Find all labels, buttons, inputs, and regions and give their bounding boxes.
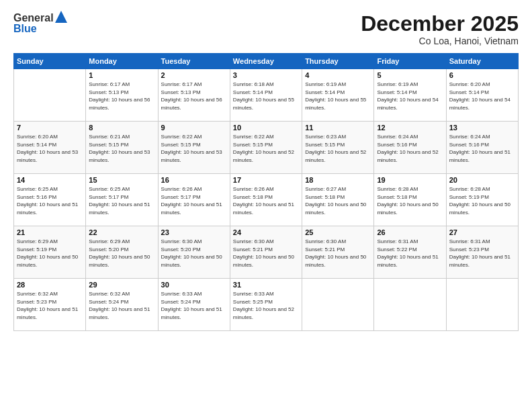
calendar-week-2: 7Sunrise: 6:20 AMSunset: 5:14 PMDaylight…: [14, 122, 519, 174]
month-title: December 2025: [361, 12, 519, 36]
day-info: Sunrise: 6:33 AMSunset: 5:25 PMDaylight:…: [233, 290, 299, 321]
day-number: 9: [161, 124, 227, 132]
day-info: Sunrise: 6:24 AMSunset: 5:16 PMDaylight:…: [377, 133, 443, 164]
logo-icon: [55, 11, 67, 23]
calendar-cell: 27Sunrise: 6:31 AMSunset: 5:23 PMDayligh…: [446, 226, 518, 279]
header-thursday: Thursday: [302, 54, 374, 69]
calendar-cell: [374, 279, 446, 331]
calendar-week-5: 28Sunrise: 6:32 AMSunset: 5:23 PMDayligh…: [14, 279, 519, 331]
header-saturday: Saturday: [446, 54, 518, 69]
day-info: Sunrise: 6:30 AMSunset: 5:20 PMDaylight:…: [161, 238, 227, 269]
calendar-cell: 19Sunrise: 6:28 AMSunset: 5:18 PMDayligh…: [374, 174, 446, 226]
day-number: 17: [233, 176, 299, 184]
calendar-cell: 28Sunrise: 6:32 AMSunset: 5:23 PMDayligh…: [14, 279, 86, 331]
day-number: 30: [161, 281, 227, 289]
day-info: Sunrise: 6:20 AMSunset: 5:14 PMDaylight:…: [17, 133, 83, 164]
calendar-cell: [14, 69, 86, 122]
calendar-cell: 30Sunrise: 6:33 AMSunset: 5:24 PMDayligh…: [158, 279, 230, 331]
day-info: Sunrise: 6:30 AMSunset: 5:21 PMDaylight:…: [305, 238, 371, 269]
header: General Blue December 2025 Co Loa, Hanoi…: [13, 12, 519, 46]
day-info: Sunrise: 6:18 AMSunset: 5:14 PMDaylight:…: [233, 81, 299, 111]
day-info: Sunrise: 6:26 AMSunset: 5:17 PMDaylight:…: [161, 185, 227, 216]
calendar-cell: 9Sunrise: 6:22 AMSunset: 5:15 PMDaylight…: [158, 122, 230, 174]
calendar-cell: 18Sunrise: 6:27 AMSunset: 5:18 PMDayligh…: [302, 174, 374, 226]
calendar-cell: 17Sunrise: 6:26 AMSunset: 5:18 PMDayligh…: [230, 174, 302, 226]
day-number: 24: [233, 228, 299, 236]
calendar-cell: 24Sunrise: 6:30 AMSunset: 5:21 PMDayligh…: [230, 226, 302, 279]
day-number: 25: [305, 228, 371, 236]
day-number: 6: [449, 71, 515, 79]
calendar-cell: 16Sunrise: 6:26 AMSunset: 5:17 PMDayligh…: [158, 174, 230, 226]
calendar-cell: 15Sunrise: 6:25 AMSunset: 5:17 PMDayligh…: [86, 174, 158, 226]
day-info: Sunrise: 6:28 AMSunset: 5:19 PMDaylight:…: [449, 185, 515, 216]
day-info: Sunrise: 6:29 AMSunset: 5:19 PMDaylight:…: [17, 238, 83, 269]
day-number: 15: [89, 176, 154, 184]
day-info: Sunrise: 6:31 AMSunset: 5:23 PMDaylight:…: [449, 238, 515, 269]
calendar-cell: 13Sunrise: 6:24 AMSunset: 5:16 PMDayligh…: [446, 122, 518, 174]
calendar-header-row: SundayMondayTuesdayWednesdayThursdayFrid…: [14, 54, 519, 69]
logo: General Blue: [13, 12, 67, 35]
day-info: Sunrise: 6:30 AMSunset: 5:21 PMDaylight:…: [233, 238, 299, 269]
day-info: Sunrise: 6:25 AMSunset: 5:17 PMDaylight:…: [89, 185, 154, 216]
day-info: Sunrise: 6:22 AMSunset: 5:15 PMDaylight:…: [161, 133, 227, 164]
calendar-cell: 22Sunrise: 6:29 AMSunset: 5:20 PMDayligh…: [86, 226, 158, 279]
calendar-cell: 11Sunrise: 6:23 AMSunset: 5:15 PMDayligh…: [302, 122, 374, 174]
day-info: Sunrise: 6:20 AMSunset: 5:14 PMDaylight:…: [449, 81, 515, 111]
header-friday: Friday: [374, 54, 446, 69]
header-sunday: Sunday: [14, 54, 86, 69]
day-info: Sunrise: 6:19 AMSunset: 5:14 PMDaylight:…: [377, 81, 443, 111]
calendar-cell: 6Sunrise: 6:20 AMSunset: 5:14 PMDaylight…: [446, 69, 518, 122]
day-number: 29: [89, 281, 154, 289]
day-number: 20: [449, 176, 515, 184]
day-number: 14: [17, 176, 83, 184]
day-number: 10: [233, 124, 299, 132]
logo-blue-text: Blue: [13, 23, 37, 35]
day-number: 21: [17, 228, 83, 236]
calendar-week-3: 14Sunrise: 6:25 AMSunset: 5:16 PMDayligh…: [14, 174, 519, 226]
calendar-cell: 31Sunrise: 6:33 AMSunset: 5:25 PMDayligh…: [230, 279, 302, 331]
day-number: 3: [233, 71, 299, 79]
day-info: Sunrise: 6:25 AMSunset: 5:16 PMDaylight:…: [17, 185, 83, 216]
calendar-cell: [302, 279, 374, 331]
calendar-cell: 1Sunrise: 6:17 AMSunset: 5:13 PMDaylight…: [86, 69, 158, 122]
day-info: Sunrise: 6:31 AMSunset: 5:22 PMDaylight:…: [377, 238, 443, 269]
day-number: 7: [17, 124, 83, 132]
day-number: 1: [89, 71, 154, 79]
day-number: 19: [377, 176, 443, 184]
calendar-page: General Blue December 2025 Co Loa, Hanoi…: [0, 0, 532, 411]
calendar-cell: 21Sunrise: 6:29 AMSunset: 5:19 PMDayligh…: [14, 226, 86, 279]
day-number: 13: [449, 124, 515, 132]
svg-marker-0: [55, 11, 67, 23]
day-info: Sunrise: 6:28 AMSunset: 5:18 PMDaylight:…: [377, 185, 443, 216]
day-number: 27: [449, 228, 515, 236]
day-info: Sunrise: 6:23 AMSunset: 5:15 PMDaylight:…: [305, 133, 371, 164]
calendar-cell: 23Sunrise: 6:30 AMSunset: 5:20 PMDayligh…: [158, 226, 230, 279]
day-number: 5: [377, 71, 443, 79]
day-number: 11: [305, 124, 371, 132]
day-number: 28: [17, 281, 83, 289]
calendar-week-1: 1Sunrise: 6:17 AMSunset: 5:13 PMDaylight…: [14, 69, 519, 122]
calendar-cell: 7Sunrise: 6:20 AMSunset: 5:14 PMDaylight…: [14, 122, 86, 174]
day-number: 26: [377, 228, 443, 236]
calendar-cell: 8Sunrise: 6:21 AMSunset: 5:15 PMDaylight…: [86, 122, 158, 174]
day-info: Sunrise: 6:32 AMSunset: 5:23 PMDaylight:…: [17, 290, 83, 321]
calendar-cell: 29Sunrise: 6:32 AMSunset: 5:24 PMDayligh…: [86, 279, 158, 331]
day-info: Sunrise: 6:27 AMSunset: 5:18 PMDaylight:…: [305, 185, 371, 216]
day-number: 23: [161, 228, 227, 236]
calendar-cell: [446, 279, 518, 331]
day-number: 12: [377, 124, 443, 132]
location: Co Loa, Hanoi, Vietnam: [361, 36, 519, 46]
calendar-cell: 5Sunrise: 6:19 AMSunset: 5:14 PMDaylight…: [374, 69, 446, 122]
calendar-cell: 20Sunrise: 6:28 AMSunset: 5:19 PMDayligh…: [446, 174, 518, 226]
day-info: Sunrise: 6:19 AMSunset: 5:14 PMDaylight:…: [305, 81, 371, 111]
header-tuesday: Tuesday: [158, 54, 230, 69]
day-number: 2: [161, 71, 227, 79]
calendar-cell: 4Sunrise: 6:19 AMSunset: 5:14 PMDaylight…: [302, 69, 374, 122]
calendar-cell: 10Sunrise: 6:22 AMSunset: 5:15 PMDayligh…: [230, 122, 302, 174]
day-number: 22: [89, 228, 154, 236]
header-monday: Monday: [86, 54, 158, 69]
calendar-cell: 26Sunrise: 6:31 AMSunset: 5:22 PMDayligh…: [374, 226, 446, 279]
calendar-cell: 14Sunrise: 6:25 AMSunset: 5:16 PMDayligh…: [14, 174, 86, 226]
day-number: 16: [161, 176, 227, 184]
calendar-cell: 12Sunrise: 6:24 AMSunset: 5:16 PMDayligh…: [374, 122, 446, 174]
